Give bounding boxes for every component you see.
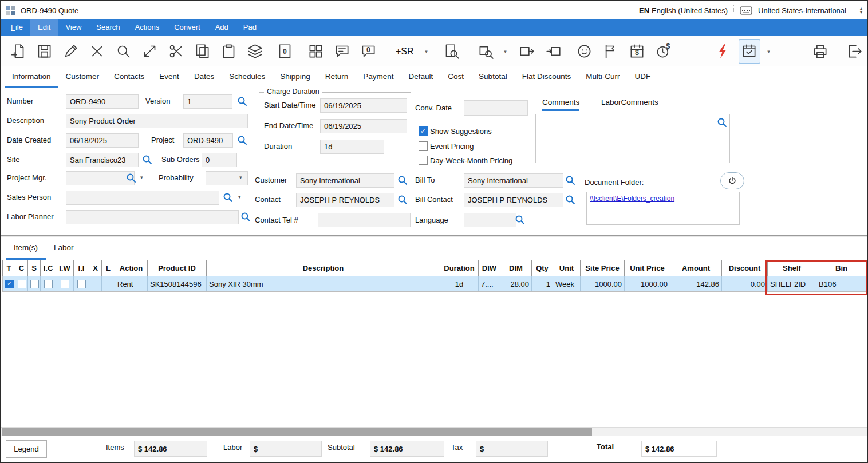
col-description[interactable]: Description	[207, 260, 440, 276]
expand-button[interactable]	[139, 39, 160, 64]
exit-button[interactable]	[844, 39, 866, 64]
col-action[interactable]: Action	[115, 260, 148, 276]
contact-tel-field[interactable]	[318, 213, 411, 227]
print-button[interactable]	[810, 39, 831, 64]
notes-count-button[interactable]: 0	[274, 39, 295, 64]
project-field[interactable]	[183, 133, 233, 148]
col-t[interactable]: T	[3, 260, 15, 276]
save-button[interactable]	[33, 39, 55, 64]
col-iw[interactable]: I.W	[56, 260, 74, 276]
col-c[interactable]: C	[15, 260, 28, 276]
col-diw[interactable]: DIW	[479, 260, 500, 276]
bill-contact-field[interactable]	[464, 193, 563, 207]
import-button[interactable]	[543, 39, 565, 64]
version-field[interactable]	[183, 94, 232, 109]
bill-contact-search-icon[interactable]	[565, 195, 575, 205]
search-button[interactable]	[112, 39, 134, 64]
layout-spinner[interactable]: ▴▾	[860, 6, 862, 14]
start-date-field[interactable]	[320, 98, 407, 113]
col-discount[interactable]: Discount	[722, 260, 768, 276]
tab-flat-discounts[interactable]: Flat Discounts	[515, 66, 579, 88]
add-sr-button[interactable]: +SR	[392, 39, 418, 64]
col-s[interactable]: S	[28, 260, 41, 276]
row-c-checkbox[interactable]	[18, 280, 26, 288]
col-site-price[interactable]: Site Price	[581, 260, 625, 276]
date-created-field[interactable]	[66, 133, 139, 148]
menu-file[interactable]: File	[3, 19, 30, 36]
col-bin[interactable]: Bin	[816, 260, 867, 276]
col-unit[interactable]: Unit	[553, 260, 581, 276]
feedback-button[interactable]	[574, 39, 595, 64]
edit-button[interactable]	[60, 39, 81, 64]
tab-labor[interactable]: Labor	[46, 237, 82, 260]
tab-items[interactable]: Item(s)	[6, 237, 46, 260]
menu-search[interactable]: Search	[89, 19, 127, 36]
sales-person-search-icon[interactable]	[223, 192, 233, 203]
sales-person-field[interactable]	[66, 191, 219, 205]
project-mgr-search-icon[interactable]	[126, 173, 136, 183]
row-ic-checkbox[interactable]	[44, 280, 53, 288]
col-unit-price[interactable]: Unit Price	[625, 260, 670, 276]
sub-orders-field[interactable]	[202, 153, 237, 167]
tab-udf[interactable]: UDF	[627, 66, 658, 88]
language-search-icon[interactable]	[515, 215, 525, 225]
tab-default[interactable]: Default	[401, 66, 441, 88]
day-week-month-pricing-checkbox[interactable]	[419, 156, 428, 165]
labor-planner-field[interactable]	[66, 210, 239, 224]
tab-subtotal[interactable]: Subtotal	[471, 66, 515, 88]
language-indicator[interactable]: ENEnglish (United States)	[639, 6, 728, 15]
keyboard-layout[interactable]: United States-International	[758, 6, 846, 15]
contact-field[interactable]	[296, 193, 394, 207]
contact-search-icon[interactable]	[397, 195, 408, 205]
project-search-icon[interactable]	[237, 135, 247, 145]
tab-comments[interactable]: Comments	[542, 98, 579, 111]
customer-search-icon[interactable]	[397, 175, 408, 185]
bill-to-search-icon[interactable]	[565, 175, 575, 185]
scrollbar-thumb[interactable]	[2, 428, 592, 436]
tab-dates[interactable]: Dates	[187, 66, 222, 88]
document-search-button[interactable]	[441, 39, 463, 64]
quick-action-button[interactable]	[712, 39, 734, 64]
conv-date-field[interactable]	[464, 100, 528, 116]
copy-button[interactable]	[191, 39, 213, 64]
table-row[interactable]: Rent SK1508144596 Sony XIR 30mm 1d 7....…	[3, 276, 867, 292]
menu-edit[interactable]: Edit	[30, 19, 58, 36]
paste-button[interactable]	[218, 39, 239, 64]
comments-search-icon[interactable]	[717, 117, 727, 128]
order-search-dropdown[interactable]: ▾	[502, 39, 510, 64]
tab-customer[interactable]: Customer	[58, 66, 107, 88]
menu-pad[interactable]: Pad	[236, 19, 264, 36]
tab-labor-comments[interactable]: LaborComments	[601, 98, 658, 111]
grid-view-button[interactable]	[305, 39, 326, 64]
version-search-icon[interactable]	[237, 96, 247, 106]
cut-button[interactable]	[165, 39, 187, 64]
comments-textarea[interactable]	[535, 114, 730, 163]
new-order-button[interactable]	[7, 39, 29, 64]
tab-multi-curr[interactable]: Multi-Curr	[578, 66, 627, 88]
col-x[interactable]: X	[89, 260, 102, 276]
number-field[interactable]	[66, 94, 139, 109]
row-s-checkbox[interactable]	[30, 280, 39, 288]
col-ii[interactable]: I.I	[74, 260, 89, 276]
end-date-field[interactable]	[320, 119, 407, 133]
col-shelf[interactable]: Shelf	[768, 260, 816, 276]
row-ii-checkbox[interactable]	[77, 280, 86, 288]
schedule-dropdown[interactable]: ▾	[765, 39, 773, 64]
project-mgr-dropdown[interactable]: ▾	[140, 175, 143, 180]
tab-shipping[interactable]: Shipping	[273, 66, 318, 88]
legend-button[interactable]: Legend	[6, 440, 47, 458]
menu-convert[interactable]: Convert	[167, 19, 208, 36]
document-folder-link[interactable]: \\tsclient\E\Folders_creation	[590, 195, 674, 203]
tab-schedules[interactable]: Schedules	[222, 66, 273, 88]
tab-contacts[interactable]: Contacts	[106, 66, 152, 88]
sr-dropdown[interactable]: ▾	[423, 39, 431, 64]
show-suggestions-checkbox[interactable]	[419, 126, 428, 136]
sales-person-dropdown[interactable]: ▾	[238, 194, 241, 200]
probability-dropdown[interactable]: ▾	[239, 175, 242, 180]
tab-cost[interactable]: Cost	[440, 66, 471, 88]
comment-button[interactable]	[331, 39, 353, 64]
delete-button[interactable]	[86, 39, 108, 64]
language-field[interactable]	[464, 213, 516, 227]
order-search-button[interactable]	[475, 39, 497, 64]
horizontal-scrollbar[interactable]	[1, 427, 867, 436]
